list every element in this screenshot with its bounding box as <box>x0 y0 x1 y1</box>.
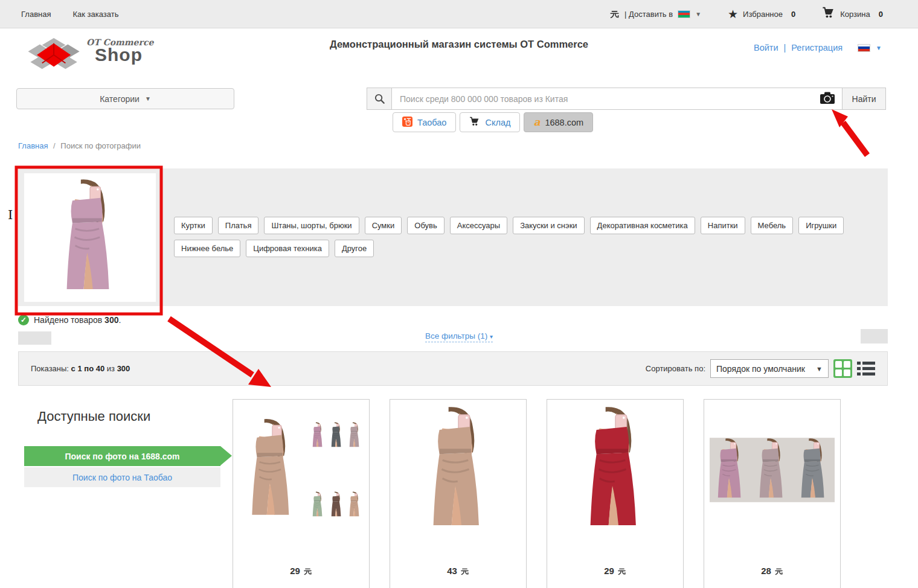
search-tabs: ТаобаоСкладa1688.com <box>393 112 918 132</box>
results-found-row: ✓ Найдено товаров 300. <box>18 315 918 325</box>
search-tab-таобао[interactable]: Таобао <box>393 112 456 132</box>
variant-thumbnail <box>328 405 345 466</box>
category-chip[interactable]: Игрушки <box>798 217 844 234</box>
sort-label: Сортировать по: <box>646 364 705 373</box>
search-tab-label: 1688.com <box>545 118 583 127</box>
product-image <box>239 405 364 535</box>
find-button[interactable]: Найти <box>843 88 886 110</box>
variant-thumbnail <box>710 405 751 535</box>
top-bar: Главная Как заказать | Доставить в ▼ ★ И… <box>0 0 918 28</box>
category-chip[interactable]: Штаны, шорты, брюки <box>264 217 359 234</box>
sidebar-search-item-1[interactable]: Поиск по фото на Таобао <box>24 467 220 487</box>
product-price: 29 <box>233 566 369 576</box>
filter-row: Все фильтры (1) ▾ <box>0 328 918 346</box>
yuan-icon <box>303 566 312 576</box>
variant-thumbnail <box>309 475 327 535</box>
grid-view-button[interactable] <box>833 359 852 378</box>
category-chip[interactable]: Сумки <box>365 217 402 234</box>
product-image <box>710 405 835 535</box>
category-chip[interactable]: Платья <box>218 217 259 234</box>
breadcrumb-current: Поиск по фотографии <box>60 141 141 150</box>
sidebar-search-item-0[interactable]: Поиск по фото на 1688.com <box>24 446 220 466</box>
camera-icon <box>820 91 835 104</box>
search-icon-button[interactable] <box>367 88 392 110</box>
photo-search-camera-button[interactable] <box>820 91 835 104</box>
product-price: 29 <box>547 566 683 576</box>
yuan-icon <box>617 566 626 576</box>
category-chip[interactable]: Куртки <box>174 217 213 234</box>
check-icon: ✓ <box>18 315 29 325</box>
text-cursor: I <box>8 208 13 222</box>
variant-thumbnail <box>346 475 364 535</box>
product-image <box>553 405 678 535</box>
variant-thumbnail <box>793 405 835 535</box>
chevron-down-icon: ▼ <box>816 365 823 372</box>
variant-thumbnail <box>346 405 364 466</box>
category-chip[interactable]: Аксессуары <box>450 217 507 234</box>
category-chip[interactable]: Декоративная косметика <box>590 217 695 234</box>
category-chip[interactable]: Обувь <box>407 217 444 234</box>
results-toolbar: Показаны: с 1 по 40 из 300 Сортировать п… <box>18 351 888 386</box>
currency-delivery-switcher[interactable]: | Доставить в ▼ <box>609 9 701 19</box>
product-price: 43 <box>390 566 526 576</box>
chevron-down-icon: ▾ <box>490 333 493 340</box>
star-icon: ★ <box>728 8 738 20</box>
login-link[interactable]: Войти <box>754 43 778 53</box>
sort-select[interactable]: Порядок по умолчаник ▼ <box>710 359 829 378</box>
uploaded-image-thumbnail <box>24 173 156 302</box>
azerbaijan-flag-icon <box>678 10 690 18</box>
favorites-button[interactable]: ★ Избранное 0 <box>728 8 795 20</box>
search-input[interactable] <box>392 88 843 110</box>
list-view-button[interactable] <box>857 360 875 377</box>
chevron-down-icon: ▼ <box>695 11 701 18</box>
chevron-down-icon: ▼ <box>876 45 882 51</box>
product-card[interactable]: 28 <box>704 399 841 588</box>
breadcrumb-separator: / <box>53 141 56 150</box>
category-chip[interactable]: Мебель <box>751 217 794 234</box>
breadcrumb: Главная / Поиск по фотографии <box>18 141 918 150</box>
category-chips: КурткиПлатьяШтаны, шорты, брюкиСумкиОбув… <box>174 217 876 257</box>
found-text: Найдено товаров 300. <box>34 315 121 325</box>
photo-search-panel: КурткиПлатьяШтаны, шорты, брюкиСумкиОбув… <box>18 168 888 306</box>
product-price: 28 <box>704 566 840 576</box>
russian-flag-language-switcher[interactable] <box>858 44 870 52</box>
all-filters-link[interactable]: Все фильтры (1) ▾ <box>425 331 493 342</box>
search-tab-склад[interactable]: Склад <box>460 112 520 132</box>
chevron-down-icon: ▼ <box>145 95 151 102</box>
search-tab-1688-com[interactable]: a1688.com <box>524 112 593 132</box>
top-nav: Главная Как заказать <box>21 10 118 19</box>
search-icon <box>374 93 385 104</box>
breadcrumb-home[interactable]: Главная <box>18 141 48 150</box>
category-chip[interactable]: Нижнее белье <box>174 240 240 257</box>
category-chip[interactable]: Другое <box>335 240 374 257</box>
search-tab-label: Таобао <box>417 118 446 127</box>
product-image <box>396 405 521 535</box>
sidebar-title: Доступные поиски <box>37 409 236 424</box>
product-grid: 29432928 <box>233 399 841 588</box>
login-divider: | <box>784 43 786 53</box>
cart-label: Корзина <box>840 10 870 19</box>
variant-thumbnail <box>751 405 793 535</box>
nav-home[interactable]: Главная <box>21 10 51 19</box>
product-card[interactable]: 29 <box>547 399 684 588</box>
found-count: 300 <box>104 315 118 325</box>
product-card[interactable]: 43 <box>390 399 527 588</box>
categories-button[interactable]: Категории ▼ <box>16 88 234 109</box>
sort-value: Порядок по умолчаник <box>716 364 805 374</box>
product-card[interactable]: 29 <box>233 399 370 588</box>
taobao-icon <box>402 117 412 129</box>
placeholder-block <box>861 329 888 344</box>
category-chip[interactable]: Напитки <box>701 217 745 234</box>
register-link[interactable]: Регистрация <box>791 43 843 53</box>
search-row: Категории ▼ Найти <box>0 88 918 110</box>
nav-how-to-order[interactable]: Как заказать <box>72 10 118 19</box>
favorites-count: 0 <box>791 10 795 19</box>
cart-icon <box>822 7 835 21</box>
categories-label: Категории <box>100 94 140 104</box>
favorites-label: Избранное <box>743 10 783 19</box>
category-chip[interactable]: Цифровая техника <box>246 240 329 257</box>
deliver-label: | Доставить в <box>624 10 673 19</box>
cart-button[interactable]: Корзина 0 <box>822 7 883 21</box>
category-chip[interactable]: Закуски и снэки <box>513 217 584 234</box>
yuan-icon <box>774 566 783 576</box>
